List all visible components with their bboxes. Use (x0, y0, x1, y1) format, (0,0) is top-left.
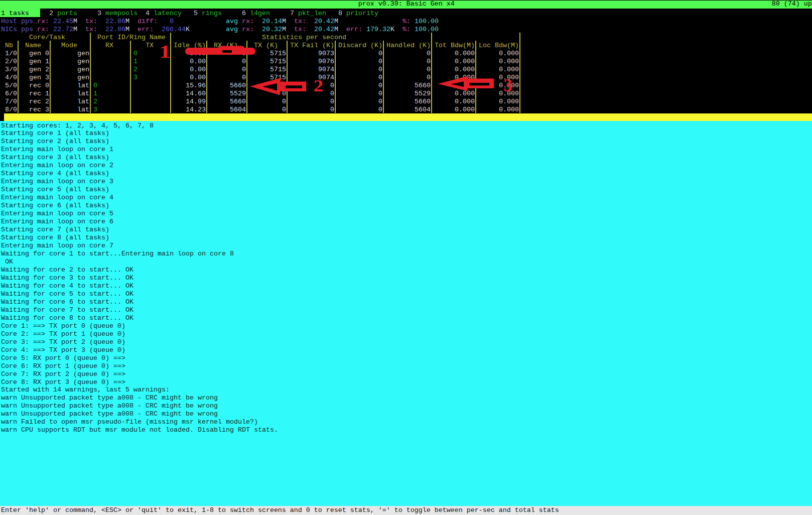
svg-text:2: 2 (313, 77, 323, 95)
svg-text:1: 1 (159, 42, 171, 62)
svg-text:3: 3 (503, 75, 512, 95)
